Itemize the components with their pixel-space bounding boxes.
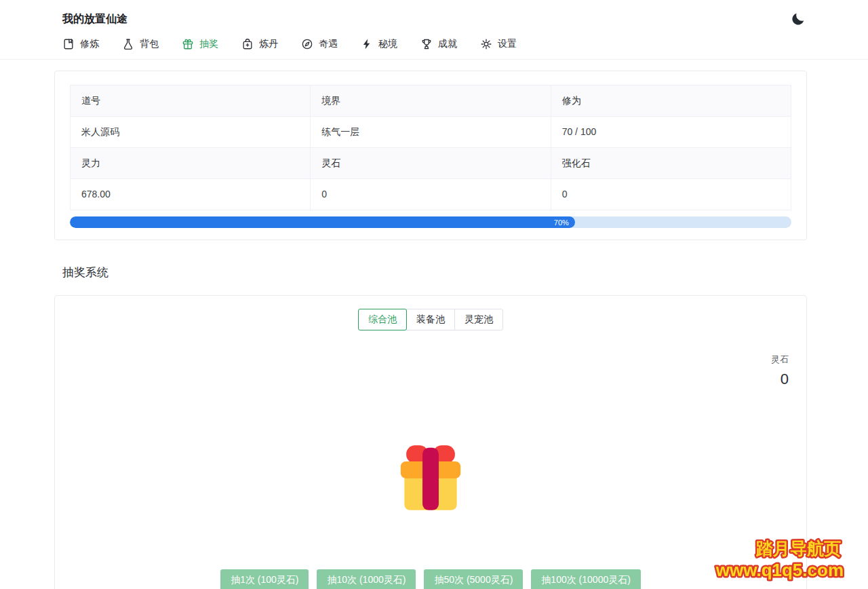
gift-illustration-wrap xyxy=(73,442,789,516)
player-stats-table: 道号 境界 修为 米人源码 练气一层 70 / 100 灵力 灵石 强化石 67… xyxy=(70,85,791,210)
table-row: 道号 境界 修为 xyxy=(71,86,791,117)
tab-settings[interactable]: 设置 xyxy=(480,38,517,50)
tab-label: 秘境 xyxy=(378,38,397,50)
tab-label: 炼丹 xyxy=(259,38,278,50)
tab-label: 成就 xyxy=(438,38,457,50)
xp-progress-bar: 70% xyxy=(70,216,791,228)
draw-button-row: 抽1次 (100灵石) 抽10次 (1000灵石) 抽50次 (5000灵石) … xyxy=(73,569,789,589)
xp-progress-fill: 70% xyxy=(70,216,575,228)
value-realm: 练气一层 xyxy=(311,117,551,148)
tab-label: 背包 xyxy=(140,38,159,50)
moon-icon xyxy=(790,19,806,29)
value-dao-name: 米人源码 xyxy=(71,117,311,148)
bag-plus-icon xyxy=(241,38,254,50)
tab-secret-realm[interactable]: 秘境 xyxy=(361,38,397,50)
bolt-icon xyxy=(361,38,373,50)
lottery-section-title: 抽奖系统 xyxy=(62,265,807,280)
value-spirit-stones: 0 xyxy=(311,179,551,210)
tab-lottery[interactable]: 抽奖 xyxy=(182,38,218,50)
gift-icon xyxy=(182,38,194,50)
tab-backpack[interactable]: 背包 xyxy=(122,38,159,50)
tab-label: 设置 xyxy=(498,38,517,50)
pool-tab-pet[interactable]: 灵宠池 xyxy=(454,309,503,330)
header-spirit-power: 灵力 xyxy=(71,148,311,179)
main-container: 道号 境界 修为 米人源码 练气一层 70 / 100 灵力 灵石 强化石 67… xyxy=(54,71,807,589)
tab-label: 修炼 xyxy=(80,38,99,50)
pool-tab-group: 综合池 装备池 灵宠池 xyxy=(73,309,789,330)
tab-label: 奇遇 xyxy=(319,38,338,50)
value-spirit-power: 678.00 xyxy=(71,179,311,210)
spirit-stone-label: 灵石 xyxy=(73,354,789,366)
xp-progress-label: 70% xyxy=(554,218,569,227)
pool-tab-equipment[interactable]: 装备池 xyxy=(406,309,455,330)
spirit-stone-balance: 灵石 0 xyxy=(73,354,789,388)
value-cultivation: 70 / 100 xyxy=(551,117,791,148)
tab-label: 抽奖 xyxy=(199,38,218,50)
draw-50-button[interactable]: 抽50次 (5000灵石) xyxy=(424,569,523,589)
tab-achievements[interactable]: 成就 xyxy=(420,38,457,50)
app-header: 我的放置仙途 xyxy=(0,0,868,26)
header-cultivation: 修为 xyxy=(551,86,791,117)
draw-10-button[interactable]: 抽10次 (1000灵石) xyxy=(317,569,416,589)
app-title: 我的放置仙途 xyxy=(62,12,868,26)
tab-cultivation[interactable]: 修炼 xyxy=(62,38,99,50)
header-realm: 境界 xyxy=(311,86,551,117)
pool-tab-general[interactable]: 综合池 xyxy=(358,309,407,330)
gift-box-icon xyxy=(399,442,462,516)
table-row: 米人源码 练气一层 70 / 100 xyxy=(71,117,791,148)
main-nav: 修炼 背包 抽奖 xyxy=(0,38,868,60)
book-icon xyxy=(62,38,75,50)
tab-alchemy[interactable]: 炼丹 xyxy=(241,38,278,50)
draw-1-button[interactable]: 抽1次 (100灵石) xyxy=(220,569,309,589)
table-row: 灵力 灵石 强化石 xyxy=(71,148,791,179)
draw-100-button[interactable]: 抽100次 (10000灵石) xyxy=(531,569,641,589)
tab-adventure[interactable]: 奇遇 xyxy=(301,38,338,50)
lottery-card: 综合池 装备池 灵宠池 灵石 0 抽1次 (100灵石) 抽10次 (1000灵… xyxy=(54,295,807,589)
dark-mode-toggle[interactable] xyxy=(789,11,807,28)
value-enhance-stones: 0 xyxy=(551,179,791,210)
flask-icon xyxy=(122,38,134,50)
header-dao-name: 道号 xyxy=(71,86,311,117)
gear-icon xyxy=(480,38,492,50)
header-spirit-stones: 灵石 xyxy=(311,148,551,179)
header-enhance-stones: 强化石 xyxy=(551,148,791,179)
table-row: 678.00 0 0 xyxy=(71,179,791,210)
spirit-stone-value: 0 xyxy=(73,370,789,388)
player-stats-card: 道号 境界 修为 米人源码 练气一层 70 / 100 灵力 灵石 强化石 67… xyxy=(54,71,807,240)
compass-icon xyxy=(301,38,313,50)
trophy-icon xyxy=(420,38,433,50)
